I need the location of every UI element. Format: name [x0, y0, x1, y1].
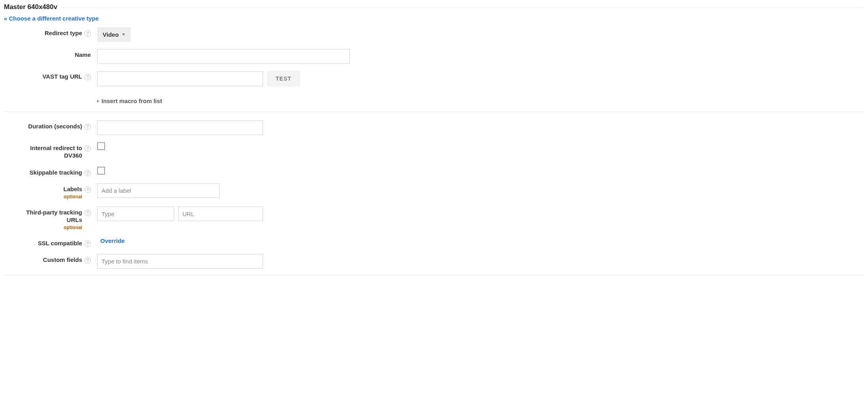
labels-input[interactable] [97, 183, 220, 198]
row-ssl-compatible: SSL compatible ? Override [4, 237, 864, 247]
third-party-type-input[interactable] [97, 207, 174, 221]
help-icon[interactable]: ? [85, 74, 91, 80]
custom-fields-input[interactable] [97, 254, 263, 269]
label-labels: Labels [63, 186, 82, 192]
label-custom-fields: Custom fields [43, 256, 82, 264]
help-icon[interactable]: ? [85, 257, 91, 263]
creative-form: Redirect type ? Video Name VAST tag URL … [4, 27, 864, 275]
redirect-type-value: Video [103, 31, 119, 38]
label-skippable: Skippable tracking [30, 169, 82, 177]
optional-badge: optional [63, 194, 82, 199]
label-internal-redirect: Internal redirect to DV360 [23, 145, 82, 160]
label-ssl: SSL compatible [38, 240, 82, 247]
row-labels: Labels optional ? [4, 183, 864, 199]
label-name: Name [75, 51, 91, 59]
label-duration: Duration (seconds) [28, 123, 82, 130]
help-icon[interactable]: ? [85, 170, 91, 176]
insert-macro-label: Insert macro from list [101, 98, 162, 104]
redirect-type-dropdown[interactable]: Video [97, 27, 131, 42]
optional-badge: optional [15, 225, 82, 230]
help-icon[interactable]: ? [85, 30, 91, 37]
row-name: Name [4, 49, 864, 64]
section-header: Master 640x480v [4, 3, 864, 11]
duration-input[interactable] [97, 120, 263, 135]
label-redirect-type: Redirect type [45, 30, 82, 37]
help-icon[interactable]: ? [85, 145, 91, 152]
row-skippable-tracking: Skippable tracking ? [4, 167, 864, 177]
row-internal-redirect: Internal redirect to DV360 ? [4, 142, 864, 160]
caret-right-icon [97, 100, 99, 103]
help-icon[interactable]: ? [85, 124, 91, 130]
row-custom-fields: Custom fields ? [4, 254, 864, 269]
internal-redirect-checkbox[interactable] [97, 142, 105, 150]
insert-macro-toggle[interactable]: Insert macro from list [97, 98, 864, 104]
skippable-checkbox[interactable] [97, 167, 105, 175]
label-third-party: Third-party tracking URLs [15, 209, 82, 224]
page-title: Master 640x480v [4, 3, 62, 11]
help-icon[interactable]: ? [85, 186, 91, 193]
test-button[interactable]: TEST [267, 71, 300, 87]
header-divider [62, 7, 864, 8]
ssl-override-link[interactable]: Override [97, 237, 125, 244]
row-third-party-tracking: Third-party tracking URLs optional ? [4, 207, 864, 230]
row-duration: Duration (seconds) ? [4, 120, 864, 135]
caret-down-icon [122, 34, 125, 36]
help-icon[interactable]: ? [85, 210, 91, 216]
bottom-divider [4, 275, 864, 275]
row-redirect-type: Redirect type ? Video [4, 27, 864, 42]
label-vast-tag: VAST tag URL [42, 73, 82, 81]
row-vast-tag: VAST tag URL ? TEST Insert macro from li… [4, 71, 864, 112]
name-input[interactable] [97, 49, 350, 64]
help-icon[interactable]: ? [85, 241, 91, 247]
choose-creative-type-link[interactable]: « Choose a different creative type [4, 15, 99, 22]
third-party-url-input[interactable] [178, 207, 263, 221]
vast-tag-input[interactable] [97, 71, 263, 86]
